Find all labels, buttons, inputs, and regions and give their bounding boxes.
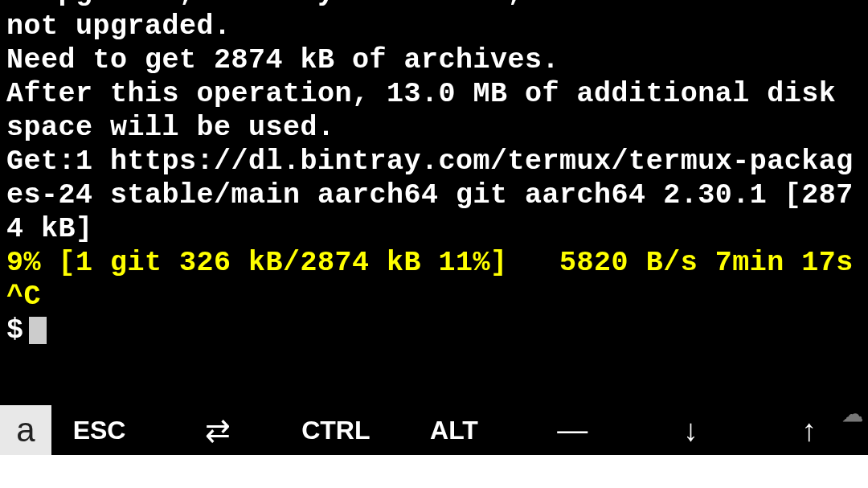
terminal-line: 0 upgraded, 1 newly installed, 0 to remo… [6, 0, 862, 43]
prompt-symbol: $ [6, 314, 24, 347]
esc-key-label: ESC [73, 416, 126, 445]
ctrl-key[interactable]: CTRL [276, 405, 395, 454]
tab-key[interactable]: ⇄ [158, 405, 276, 454]
ime-letter: a [16, 411, 35, 449]
prompt-line[interactable]: $ [6, 314, 862, 347]
bottom-gap [0, 455, 868, 488]
ime-indicator[interactable]: a [0, 405, 51, 455]
alt-key-label: ALT [430, 416, 478, 445]
arrow-up-icon: ↑ [801, 413, 817, 448]
terminal-output[interactable]: 0 upgraded, 1 newly installed, 0 to remo… [0, 0, 868, 405]
dash-glyph: — [557, 413, 588, 448]
terminal-line: 9% [1 git 326 kB/2874 kB 11%] 5820 B/s 7… [6, 246, 862, 314]
terminal-line: Need to get 2874 kB of archives. [6, 43, 862, 77]
terminal-cursor [29, 317, 47, 344]
tab-icon: ⇄ [205, 412, 231, 448]
terminal-line: After this operation, 13.0 MB of additio… [6, 77, 862, 145]
extra-keys-row: a ESC ⇄ CTRL ALT — ↓ ↑ ☁ [0, 405, 868, 454]
up-key[interactable]: ↑ ☁ [750, 405, 868, 454]
alt-key[interactable]: ALT [395, 405, 513, 454]
dash-key[interactable]: — [514, 405, 632, 454]
arrow-down-icon: ↓ [683, 413, 698, 448]
cloud-icon: ☁ [842, 402, 863, 427]
ctrl-key-label: CTRL [301, 416, 370, 445]
terminal-line: Get:1 https://dl.bintray.com/termux/term… [6, 145, 862, 246]
down-key[interactable]: ↓ [632, 405, 750, 454]
